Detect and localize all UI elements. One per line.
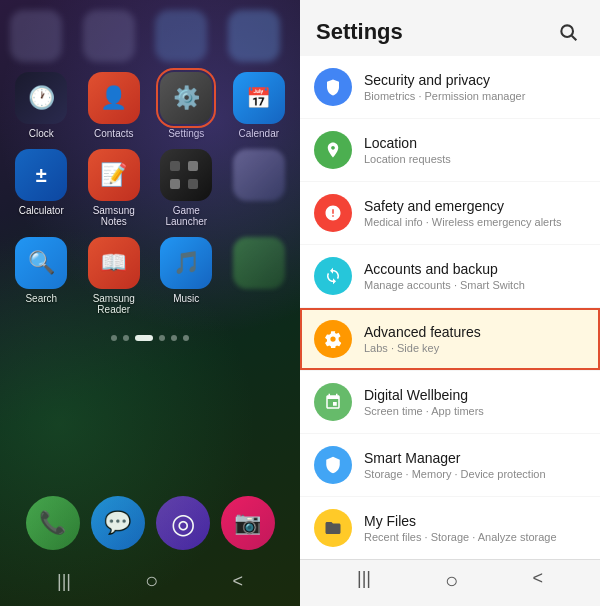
security-desc: Biometrics · Permission manager xyxy=(364,90,586,102)
phone-screen: 🕐 Clock 👤 Contacts ⚙️ Settings 📅 Calenda… xyxy=(0,0,300,606)
settings-nav-back[interactable]: < xyxy=(532,568,543,594)
app-grid-row3: 🔍 Search 📖 Samsung Reader 🎵 Music xyxy=(0,237,300,325)
dock: 📞 💬 ◎ 📷 xyxy=(0,486,300,560)
contacts-icon: 👤 xyxy=(88,72,140,124)
smart-manager-desc: Storage · Memory · Device protection xyxy=(364,468,586,480)
blurred1-icon xyxy=(233,149,285,201)
clock-label: Clock xyxy=(29,128,54,139)
my-files-name: My Files xyxy=(364,513,586,529)
dot-2 xyxy=(123,335,129,341)
advanced-desc: Labs · Side key xyxy=(364,342,586,354)
wellbeing-desc: Screen time · App timers xyxy=(364,405,586,417)
location-desc: Location requests xyxy=(364,153,586,165)
search-icon: 🔍 xyxy=(15,237,67,289)
settings-item-advanced[interactable]: Advanced features Labs · Side key xyxy=(300,308,600,370)
dot-1 xyxy=(111,335,117,341)
wellbeing-icon xyxy=(314,383,352,421)
dock-camera[interactable]: 📷 xyxy=(221,496,275,550)
location-name: Location xyxy=(364,135,586,151)
dot-5 xyxy=(171,335,177,341)
settings-item-my-files[interactable]: My Files Recent files · Storage · Analyz… xyxy=(300,497,600,559)
security-text: Security and privacy Biometrics · Permis… xyxy=(364,72,586,102)
settings-label: Settings xyxy=(168,128,204,139)
settings-item-smart-manager[interactable]: Smart Manager Storage · Memory · Device … xyxy=(300,434,600,496)
app-samsung-reader[interactable]: 📖 Samsung Reader xyxy=(83,237,146,315)
music-icon: 🎵 xyxy=(160,237,212,289)
settings-item-accounts[interactable]: Accounts and backup Manage accounts · Sm… xyxy=(300,245,600,307)
samsung-notes-label: Samsung Notes xyxy=(83,205,146,227)
security-icon xyxy=(314,68,352,106)
smart-manager-icon xyxy=(314,446,352,484)
my-files-icon xyxy=(314,509,352,547)
advanced-text: Advanced features Labs · Side key xyxy=(364,324,586,354)
calendar-icon: 📅 xyxy=(233,72,285,124)
app-calculator[interactable]: ± Calculator xyxy=(10,149,73,227)
blurred-top-row xyxy=(0,0,300,72)
blurred2-icon xyxy=(233,237,285,289)
settings-nav-home[interactable]: ○ xyxy=(445,568,458,594)
app-settings[interactable]: ⚙️ Settings xyxy=(155,72,218,139)
dot-6 xyxy=(183,335,189,341)
search-label: Search xyxy=(25,293,57,304)
dot-4 xyxy=(159,335,165,341)
app-samsung-notes[interactable]: 📝 Samsung Notes xyxy=(83,149,146,227)
settings-item-safety[interactable]: Safety and emergency Medical info · Wire… xyxy=(300,182,600,244)
settings-list: Security and privacy Biometrics · Permis… xyxy=(300,56,600,559)
samsung-reader-label: Samsung Reader xyxy=(83,293,146,315)
clock-icon: 🕐 xyxy=(15,72,67,124)
settings-nav-bar: ||| ○ < xyxy=(300,559,600,606)
location-icon xyxy=(314,131,352,169)
dock-messages[interactable]: 💬 xyxy=(91,496,145,550)
calculator-label: Calculator xyxy=(19,205,64,216)
safety-icon xyxy=(314,194,352,232)
game-launcher-label: Game Launcher xyxy=(155,205,218,227)
security-name: Security and privacy xyxy=(364,72,586,88)
app-blurred2 xyxy=(228,237,291,315)
accounts-desc: Manage accounts · Smart Switch xyxy=(364,279,586,291)
my-files-desc: Recent files · Storage · Analyze storage xyxy=(364,531,586,543)
settings-item-wellbeing[interactable]: Digital Wellbeing Screen time · App time… xyxy=(300,371,600,433)
accounts-name: Accounts and backup xyxy=(364,261,586,277)
app-calendar[interactable]: 📅 Calendar xyxy=(228,72,291,139)
settings-item-location[interactable]: Location Location requests xyxy=(300,119,600,181)
calculator-icon: ± xyxy=(15,149,67,201)
contacts-label: Contacts xyxy=(94,128,133,139)
advanced-icon xyxy=(314,320,352,358)
accounts-text: Accounts and backup Manage accounts · Sm… xyxy=(364,261,586,291)
settings-title: Settings xyxy=(316,19,403,45)
app-contacts[interactable]: 👤 Contacts xyxy=(83,72,146,139)
location-text: Location Location requests xyxy=(364,135,586,165)
phone-nav-bar: ||| ○ < xyxy=(0,560,300,606)
nav-home[interactable]: ○ xyxy=(145,568,158,594)
game-launcher-icon xyxy=(160,149,212,201)
app-game-launcher[interactable]: Game Launcher xyxy=(155,149,218,227)
smart-manager-name: Smart Manager xyxy=(364,450,586,466)
calendar-label: Calendar xyxy=(238,128,279,139)
page-dots xyxy=(111,335,189,341)
settings-header: Settings xyxy=(300,0,600,56)
wellbeing-text: Digital Wellbeing Screen time · App time… xyxy=(364,387,586,417)
safety-text: Safety and emergency Medical info · Wire… xyxy=(364,198,586,228)
settings-panel: Settings Security and privacy Biometrics… xyxy=(300,0,600,606)
safety-desc: Medical info · Wireless emergency alerts xyxy=(364,216,586,228)
app-grid-row2: ± Calculator 📝 Samsung Notes Game Launch… xyxy=(0,149,300,237)
samsung-reader-icon: 📖 xyxy=(88,237,140,289)
settings-icon: ⚙️ xyxy=(160,72,212,124)
app-search[interactable]: 🔍 Search xyxy=(10,237,73,315)
settings-item-security[interactable]: Security and privacy Biometrics · Permis… xyxy=(300,56,600,118)
app-clock[interactable]: 🕐 Clock xyxy=(10,72,73,139)
settings-search-button[interactable] xyxy=(552,16,584,48)
accounts-icon xyxy=(314,257,352,295)
svg-line-1 xyxy=(572,36,577,41)
dock-bixby[interactable]: ◎ xyxy=(156,496,210,550)
samsung-notes-icon: 📝 xyxy=(88,149,140,201)
nav-recent[interactable]: ||| xyxy=(57,571,71,592)
settings-nav-recent[interactable]: ||| xyxy=(357,568,371,594)
safety-name: Safety and emergency xyxy=(364,198,586,214)
smart-manager-text: Smart Manager Storage · Memory · Device … xyxy=(364,450,586,480)
my-files-text: My Files Recent files · Storage · Analyz… xyxy=(364,513,586,543)
nav-back[interactable]: < xyxy=(232,571,243,592)
dock-phone[interactable]: 📞 xyxy=(26,496,80,550)
app-music[interactable]: 🎵 Music xyxy=(155,237,218,315)
app-blurred1 xyxy=(228,149,291,227)
